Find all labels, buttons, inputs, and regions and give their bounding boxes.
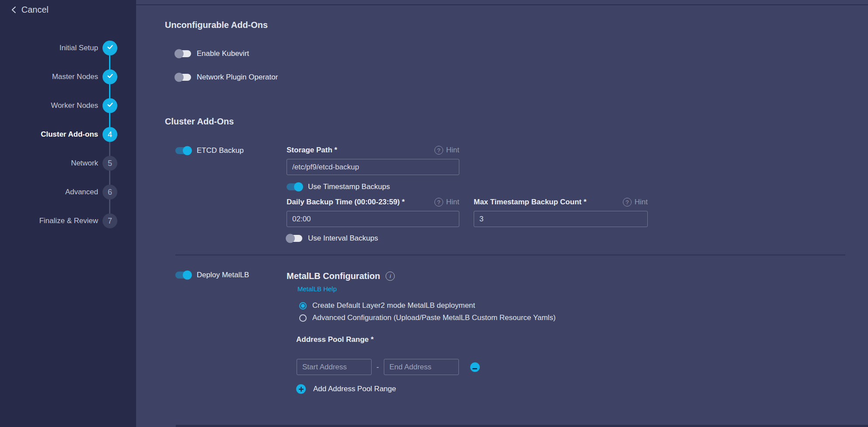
use-interval-toggle[interactable]: [287, 235, 302, 242]
etcd-backup-toggle[interactable]: [175, 147, 191, 154]
toggle-knob: [174, 49, 184, 59]
check-icon: [106, 72, 114, 82]
metallb-help-link[interactable]: MetalLB Help: [297, 285, 337, 293]
cancel-button[interactable]: Cancel: [11, 5, 48, 15]
max-backup-count-field-head: Max Timestamp Backup Count * ? Hint: [474, 198, 648, 207]
toggle-knob: [174, 73, 184, 82]
daily-backup-time-input[interactable]: [287, 211, 459, 227]
etcd-backup-label: ETCD Backup: [197, 146, 244, 155]
layer2-radio-label: Create Default Layer2 mode MetalLB deplo…: [312, 301, 475, 310]
cluster-addons-title: Cluster Add-Ons: [165, 117, 234, 127]
metallb-config-head: MetalLB Configuration i: [287, 271, 395, 281]
step-label: Worker Nodes: [51, 101, 98, 110]
layer2-radio-row[interactable]: Create Default Layer2 mode MetalLB deplo…: [299, 301, 475, 310]
check-icon: [106, 43, 114, 53]
step-complete-circle: [103, 41, 117, 55]
step-label: Initial Setup: [59, 44, 98, 52]
deploy-metallb-label: Deploy MetalLB: [197, 271, 249, 279]
wizard-sidebar: Cancel Initial Setup Master Nodes Worker…: [0, 0, 136, 427]
cancel-label: Cancel: [21, 5, 48, 15]
layer2-radio-button[interactable]: [299, 302, 307, 310]
unconfigurable-addons-title: Unconfigurable Add-Ons: [165, 20, 268, 30]
content-top-edge: [136, 0, 868, 5]
stepper-connector-upcoming: [109, 134, 110, 221]
toggle-knob: [294, 183, 303, 192]
use-timestamp-label: Use Timestamp Backups: [308, 183, 390, 191]
sidebar-step-finalize-review[interactable]: Finalize & Review 7: [0, 214, 117, 228]
storage-path-label: Storage Path *: [287, 146, 337, 155]
daily-backup-time-field-head: Daily Backup Time (00:00-23:59) * ? Hint: [287, 198, 459, 207]
advanced-config-radio-row[interactable]: Advanced Configuration (Upload/Paste Met…: [299, 313, 556, 322]
deploy-metallb-toggle[interactable]: [175, 272, 191, 279]
max-backup-count-label: Max Timestamp Backup Count *: [474, 198, 587, 207]
storage-path-hint[interactable]: ? Hint: [434, 146, 459, 155]
use-interval-toggle-row[interactable]: Use Interval Backups: [287, 234, 378, 243]
question-mark-icon: ?: [434, 146, 443, 155]
storage-path-input[interactable]: [287, 159, 459, 175]
etcd-backup-toggle-row[interactable]: ETCD Backup: [175, 146, 244, 155]
daily-backup-time-label: Daily Backup Time (00:00-23:59) *: [287, 198, 405, 207]
question-mark-icon: ?: [434, 198, 443, 207]
step-complete-circle: [103, 98, 117, 113]
step-number-circle: 6: [103, 185, 117, 200]
stepper-connector-complete: [109, 48, 110, 134]
use-timestamp-toggle[interactable]: [287, 183, 302, 190]
step-label: Finalize & Review: [39, 217, 98, 225]
step-label: Network: [71, 159, 98, 168]
content-bottom-edge: [176, 425, 868, 427]
max-backup-count-hint[interactable]: ? Hint: [623, 198, 648, 207]
use-interval-label: Use Interval Backups: [308, 234, 378, 243]
question-mark-icon: ?: [623, 198, 632, 207]
sidebar-step-cluster-add-ons[interactable]: Cluster Add-ons 4: [0, 127, 117, 142]
plus-icon: [296, 384, 306, 394]
cluster-wizard-page: Cancel Initial Setup Master Nodes Worker…: [0, 0, 868, 427]
end-address-input[interactable]: [384, 359, 459, 375]
add-address-pool-label: Add Address Pool Range: [313, 385, 396, 393]
range-separator: -: [376, 363, 379, 372]
enable-kubevirt-label: Enable Kubevirt: [197, 49, 249, 58]
address-pool-row: -: [297, 359, 480, 375]
step-label: Master Nodes: [52, 72, 98, 81]
info-icon[interactable]: i: [386, 272, 395, 281]
step-complete-circle: [103, 69, 117, 84]
toggle-knob: [286, 234, 295, 243]
add-address-pool-button[interactable]: Add Address Pool Range: [296, 384, 396, 394]
remove-address-pool-button[interactable]: [470, 362, 480, 372]
max-backup-count-input[interactable]: [474, 211, 648, 227]
network-plugin-toggle-row[interactable]: Network Plugin Operator: [175, 73, 278, 82]
sidebar-step-advanced[interactable]: Advanced 6: [0, 185, 117, 200]
use-timestamp-toggle-row[interactable]: Use Timestamp Backups: [287, 183, 390, 191]
step-label: Advanced: [65, 188, 98, 196]
step-label: Cluster Add-ons: [41, 130, 98, 139]
step-number-circle: 5: [103, 156, 117, 171]
toggle-knob: [183, 271, 192, 280]
advanced-config-radio-button[interactable]: [299, 314, 307, 322]
minus-icon: [472, 363, 477, 371]
chevron-left-icon: [11, 6, 17, 14]
address-pool-range-label: Address Pool Range *: [296, 335, 374, 344]
hint-label: Hint: [446, 146, 459, 155]
start-address-input[interactable]: [297, 359, 372, 375]
toggle-knob: [183, 146, 192, 155]
step-number-circle: 7: [103, 214, 117, 228]
enable-kubevirt-toggle[interactable]: [175, 50, 191, 57]
sidebar-step-master-nodes[interactable]: Master Nodes: [0, 69, 117, 84]
network-plugin-label: Network Plugin Operator: [197, 73, 278, 82]
check-icon: [106, 101, 114, 110]
deploy-metallb-toggle-row[interactable]: Deploy MetalLB: [175, 271, 249, 279]
sidebar-step-network[interactable]: Network 5: [0, 156, 117, 171]
sidebar-step-worker-nodes[interactable]: Worker Nodes: [0, 98, 117, 113]
enable-kubevirt-toggle-row[interactable]: Enable Kubevirt: [175, 49, 249, 58]
storage-path-field-head: Storage Path * ? Hint: [287, 146, 459, 155]
step-number-circle: 4: [103, 127, 117, 142]
advanced-config-radio-label: Advanced Configuration (Upload/Paste Met…: [312, 313, 556, 322]
section-divider: [175, 255, 845, 255]
network-plugin-toggle[interactable]: [175, 74, 191, 81]
sidebar-step-initial-setup[interactable]: Initial Setup: [0, 41, 117, 55]
hint-label: Hint: [635, 198, 648, 207]
metallb-config-title: MetalLB Configuration: [287, 271, 380, 281]
hint-label: Hint: [446, 198, 459, 207]
daily-backup-time-hint[interactable]: ? Hint: [434, 198, 459, 207]
